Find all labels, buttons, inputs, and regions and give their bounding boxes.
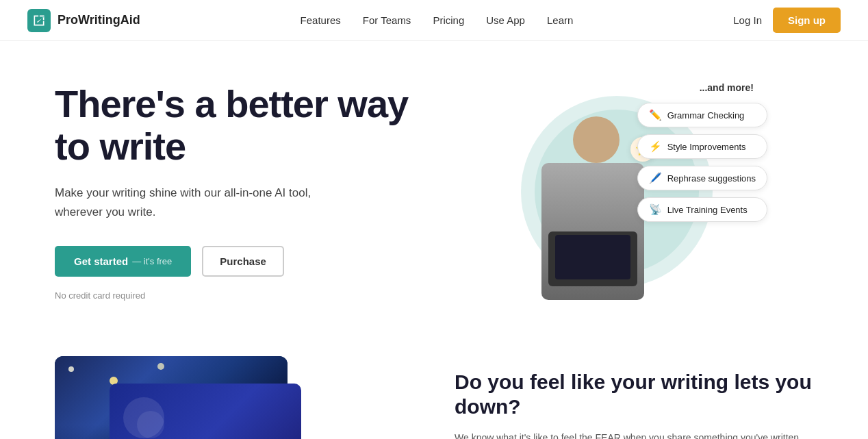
hero-title: There's a better way to write — [55, 83, 434, 167]
logo-text: ProWritingAid — [58, 13, 140, 27]
badge-style: ⚡ Style Improvements — [637, 134, 767, 159]
nav-link-for-teams[interactable]: For Teams — [363, 14, 411, 26]
hero-person — [541, 110, 651, 301]
hero-illustration: ⭐ ...and more! ✏️ Grammar Checking ⚡ Sty… — [480, 82, 767, 301]
badge-rephrase-label: Rephrase suggestions — [667, 173, 756, 184]
star-3 — [157, 363, 164, 370]
badge-style-label: Style Improvements — [667, 142, 746, 152]
no-credit-text: No credit card required — [55, 290, 434, 301]
nav-link-pricing[interactable]: Pricing — [433, 14, 464, 26]
hero-subtitle: Make your writing shine with our all-in-… — [55, 184, 342, 221]
section2-overlay-card — [110, 384, 301, 439]
navbar: ProWritingAid Features For Teams Pricing… — [0, 0, 868, 41]
badge-grammar: ✏️ Grammar Checking — [637, 103, 767, 127]
badge-rephrase: 🖊️ Rephrase suggestions — [637, 166, 767, 190]
section2-description: We know what it's like to feel the FEAR … — [455, 430, 813, 439]
section2: My idea in my head Do you feel like your… — [0, 329, 868, 439]
overlay-gradient — [110, 384, 301, 439]
section2-images: My idea in my head — [55, 356, 413, 439]
purchase-button[interactable]: Purchase — [202, 246, 284, 277]
rephrase-icon: 🖊️ — [649, 172, 662, 184]
free-label: — it's free — [132, 256, 172, 266]
hero-cta-group: Get started — it's free Purchase — [55, 246, 434, 277]
badge-training: 📡 Live Training Events — [637, 197, 767, 222]
deco-circle2 — [137, 411, 164, 438]
person-body — [541, 163, 644, 300]
nav-links: Features For Teams Pricing Use App Learn — [301, 14, 574, 26]
get-started-label: Get started — [74, 255, 128, 267]
feature-badges: ✏️ Grammar Checking ⚡ Style Improvements… — [637, 103, 767, 222]
and-more-text: ...and more! — [700, 82, 754, 93]
style-icon: ⚡ — [649, 140, 662, 153]
laptop-screen — [555, 235, 630, 279]
badge-training-label: Live Training Events — [667, 205, 748, 215]
hero-left: There's a better way to write Make your … — [55, 83, 434, 301]
training-icon: 📡 — [649, 203, 662, 216]
login-link[interactable]: Log In — [733, 14, 762, 26]
star-1 — [68, 366, 74, 372]
get-started-button[interactable]: Get started — it's free — [55, 246, 191, 277]
nav-logo[interactable]: ProWritingAid — [27, 9, 140, 32]
signup-button[interactable]: Sign up — [773, 8, 841, 33]
nav-link-learn[interactable]: Learn — [547, 14, 573, 26]
logo-icon — [27, 9, 51, 32]
badge-grammar-label: Grammar Checking — [667, 110, 745, 121]
nav-link-use-app[interactable]: Use App — [486, 14, 525, 26]
person-head — [573, 116, 620, 163]
logo-svg — [32, 14, 46, 27]
nav-link-features[interactable]: Features — [301, 14, 341, 26]
hero-section: There's a better way to write Make your … — [0, 41, 868, 329]
section2-right: Do you feel like your writing lets you d… — [455, 356, 813, 439]
grammar-icon: ✏️ — [649, 109, 662, 121]
laptop — [548, 231, 637, 286]
hero-right: ⭐ ...and more! ✏️ Grammar Checking ⚡ Sty… — [434, 82, 813, 301]
section2-title: Do you feel like your writing lets you d… — [455, 370, 813, 419]
nav-actions: Log In Sign up — [733, 8, 841, 33]
